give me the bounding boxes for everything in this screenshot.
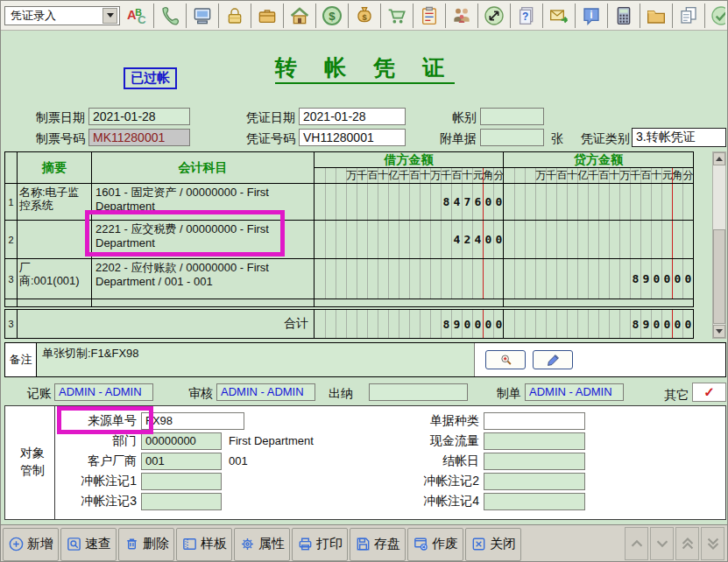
digit-cell: [535, 259, 546, 299]
chevron-down-icon[interactable]: [102, 8, 117, 24]
row-number-header: [5, 152, 18, 183]
debit-amount-cell[interactable]: 847600: [315, 184, 504, 220]
field-value[interactable]: [141, 493, 222, 510]
mail-send-icon[interactable]: [547, 4, 571, 28]
folder-icon[interactable]: [644, 4, 668, 28]
voucher-no-field[interactable]: VH11280001: [299, 129, 406, 146]
credit-header: 贷方金额: [504, 152, 693, 168]
credit-amount-cell[interactable]: [504, 184, 693, 220]
nav-down-button[interactable]: [650, 527, 674, 560]
lock-icon[interactable]: [223, 4, 247, 28]
cart-icon[interactable]: [385, 4, 409, 28]
nav-up-double-button[interactable]: [675, 527, 699, 560]
users-icon[interactable]: [449, 4, 474, 28]
cashier-field[interactable]: [369, 383, 468, 401]
digit-cell: 百: [451, 168, 462, 183]
zoom-button[interactable]: [485, 350, 526, 369]
scroll-up-icon[interactable]: [713, 152, 725, 165]
credit-amount-cell[interactable]: 890000: [504, 259, 693, 299]
save-button[interactable]: 存盘: [350, 528, 406, 561]
digit-cell: 0: [661, 310, 672, 338]
nav-up-button[interactable]: [625, 527, 648, 560]
attachments-label: 附单据: [428, 131, 477, 147]
bookkeeping-field[interactable]: ADMIN - ADMIN: [54, 383, 153, 401]
voucher-date-field[interactable]: 2021-01-28: [299, 108, 406, 125]
field-value[interactable]: 00000000: [141, 432, 222, 450]
print-button[interactable]: 打印: [292, 528, 348, 561]
quick-search-icon: [66, 536, 82, 552]
calculator-icon[interactable]: [611, 4, 636, 28]
debit-amount-cell[interactable]: 42400: [315, 221, 504, 258]
computer-icon[interactable]: [190, 4, 215, 28]
prepare-field[interactable]: ADMIN - ADMIN: [525, 383, 624, 401]
field-value[interactable]: [484, 493, 585, 510]
table-scrollbar[interactable]: [712, 151, 726, 339]
digit-cell: 百: [556, 168, 567, 183]
scrollbar-thumb[interactable]: [713, 229, 725, 324]
other-label: 其它: [662, 388, 689, 404]
digit-cell: [336, 184, 346, 220]
digit-cell: [640, 184, 651, 220]
make-no-field[interactable]: MK11280001: [88, 129, 190, 146]
close-button[interactable]: 关闭: [465, 528, 521, 561]
new-button[interactable]: 新增: [3, 528, 59, 561]
account-book-field[interactable]: [480, 108, 544, 125]
summary-cell[interactable]: 厂商:001(001): [18, 259, 92, 299]
void-button[interactable]: 作废: [407, 528, 463, 561]
field-value[interactable]: [484, 412, 585, 430]
exchange-icon[interactable]: [482, 4, 506, 28]
debit-amount-cell[interactable]: [315, 259, 504, 299]
audit-field[interactable]: ADMIN - ADMIN: [216, 383, 315, 401]
remark-text[interactable]: 单张切制:F1&FX98: [37, 343, 475, 376]
info-icon[interactable]: i: [579, 4, 604, 28]
toolbar-separator: [640, 4, 640, 28]
empty-row-filler: [5, 299, 693, 306]
briefcase-icon[interactable]: [255, 4, 279, 28]
toolbar-separator: [445, 4, 446, 28]
field-value[interactable]: [484, 473, 585, 490]
delete-button[interactable]: 删除: [118, 528, 174, 561]
clipboard-icon[interactable]: [417, 4, 442, 28]
copy-docs-icon[interactable]: [676, 4, 701, 28]
field-value[interactable]: [484, 453, 585, 470]
field-value[interactable]: [484, 432, 585, 450]
category-field[interactable]: 3.转帐凭证: [632, 128, 726, 147]
digit-cell: [315, 168, 325, 183]
approve-icon[interactable]: [709, 4, 725, 28]
page-title: 转 帐 凭 证: [1, 53, 728, 82]
quick-search-button[interactable]: 速查: [60, 528, 117, 561]
digit-cell: [430, 184, 441, 220]
summary-cell[interactable]: [18, 221, 92, 258]
digit-cell: [325, 310, 336, 338]
voucher-row[interactable]: 3厂商:001(001)2202 - 应付账款 / 00000000 - Fir…: [5, 259, 693, 299]
field-value[interactable]: [141, 473, 222, 490]
object-control-row: 现金流量: [387, 431, 585, 451]
digit-cell: [346, 221, 357, 258]
credit-amount-cell[interactable]: [504, 221, 693, 258]
pen-button[interactable]: [533, 350, 573, 369]
other-check-button[interactable]: ✓: [692, 383, 726, 402]
category-label: 凭证类别: [579, 131, 630, 147]
total-debit-grid: 890000: [315, 310, 504, 338]
money-bag-icon[interactable]: $: [352, 4, 377, 28]
phone-icon[interactable]: [158, 4, 182, 28]
digit-cell: [388, 259, 399, 299]
field-value[interactable]: FX98: [141, 412, 244, 430]
make-date-field[interactable]: 2021-01-28: [88, 108, 190, 125]
attachments-field[interactable]: [480, 129, 544, 146]
home-icon[interactable]: [287, 4, 312, 28]
digit-cell: [472, 259, 483, 299]
properties-button[interactable]: 属性: [234, 528, 290, 561]
nav-down-double-button[interactable]: [701, 527, 724, 560]
scroll-down-icon[interactable]: [713, 325, 725, 338]
cashier-label: 出纳: [329, 386, 353, 402]
help-doc-icon[interactable]: ?: [514, 4, 539, 28]
template-button[interactable]: 样板: [176, 528, 232, 561]
mode-select[interactable]: 凭证录入: [4, 6, 120, 25]
dollar-coin-icon[interactable]: $: [320, 4, 344, 28]
account-cell[interactable]: 2202 - 应付账款 / 00000000 - First Departmen…: [92, 259, 315, 299]
summary-cell[interactable]: 名称:电子监控系统: [18, 184, 92, 220]
field-value[interactable]: 001: [141, 453, 222, 470]
font-icon[interactable]: ABC: [125, 4, 150, 28]
digit-cell: [619, 184, 630, 220]
